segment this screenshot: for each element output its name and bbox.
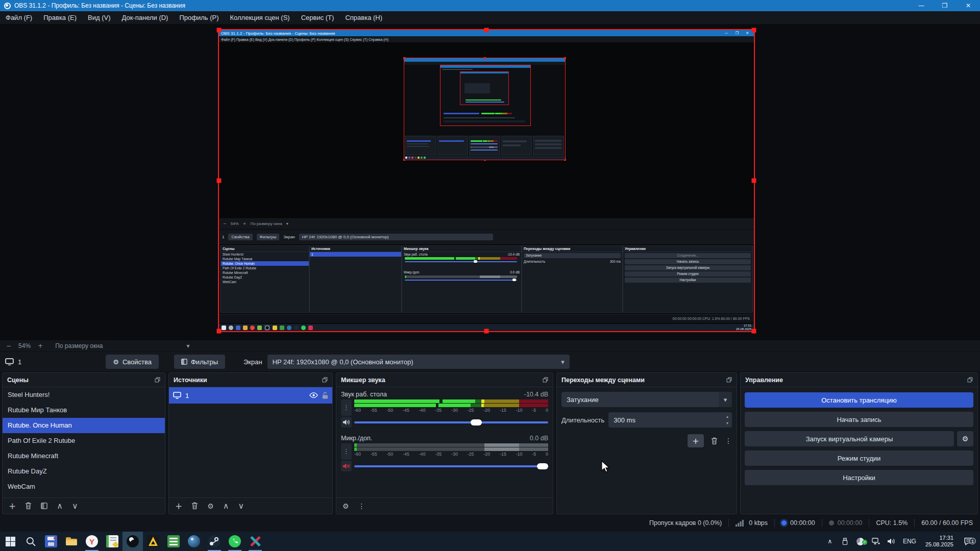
antivirus-tray-icon[interactable]: ✓: [854, 538, 867, 545]
resize-handle[interactable]: [217, 179, 222, 183]
taskbar-app-x[interactable]: [245, 532, 265, 551]
filters-button[interactable]: Фильтры: [174, 355, 225, 369]
repeated-item: -50: [386, 452, 393, 457]
studio-mode-button[interactable]: Режим студии: [745, 450, 973, 466]
mute-speaker-button-muted[interactable]: [341, 461, 352, 471]
volume-slider-handle[interactable]: [537, 463, 548, 469]
start-recording-button[interactable]: Начать запись: [745, 412, 973, 427]
add-source-button[interactable]: +: [175, 501, 182, 511]
screen-label: Экран: [243, 358, 262, 366]
tray-chevron-icon[interactable]: ∧: [823, 538, 837, 545]
network-tray-icon[interactable]: [869, 538, 883, 545]
spin-arrows[interactable]: ▴▾: [726, 413, 728, 427]
stop-streaming-button[interactable]: Остановить трансляцию: [745, 392, 973, 408]
scene-item[interactable]: Path Of Exile 2 Rutube: [3, 433, 165, 448]
volume-slider[interactable]: [354, 462, 548, 471]
resize-handle[interactable]: [752, 179, 756, 183]
scene-item[interactable]: Rutube DayZ: [3, 464, 165, 479]
menu-view[interactable]: Вид (V): [82, 11, 116, 24]
transition-options-dots-icon[interactable]: ⋮: [725, 437, 732, 445]
resize-handle[interactable]: [484, 329, 489, 334]
scene-item-selected[interactable]: Rutube. Once Human: [3, 418, 165, 433]
visibility-eye-icon[interactable]: [309, 392, 318, 398]
taskbar-app-yandex[interactable]: Y: [82, 532, 102, 551]
repeated-item: Path Of Exile 2 Rutube: [221, 266, 309, 270]
properties-button[interactable]: ⚙ Свойства: [106, 355, 159, 369]
start-virtual-camera-button[interactable]: Запуск виртуальной камеры: [745, 431, 954, 446]
restore-button[interactable]: ❐: [933, 0, 957, 11]
source-item-selected[interactable]: 1: [169, 387, 332, 404]
mixer-options-dots-icon[interactable]: ⋮: [358, 502, 365, 510]
menu-file[interactable]: Файл (F): [0, 11, 38, 24]
scene-item[interactable]: Rutube Мир Танков: [3, 403, 165, 418]
lock-icon[interactable]: [322, 392, 328, 399]
settings-button[interactable]: Настройки: [745, 470, 973, 485]
taskbar-app-a[interactable]: [143, 532, 163, 551]
start-button[interactable]: [0, 532, 20, 551]
popout-icon[interactable]: [726, 377, 732, 383]
popout-icon[interactable]: [155, 377, 160, 383]
close-button[interactable]: ✕: [957, 0, 980, 11]
notification-center-button[interactable]: 1: [960, 537, 977, 546]
volume-slider[interactable]: [354, 418, 548, 427]
menu-help[interactable]: Справка (H): [339, 11, 388, 24]
source-properties-gear-icon[interactable]: ⚙: [207, 502, 214, 510]
remove-transition-button[interactable]: [711, 437, 718, 445]
volume-tray-icon[interactable]: [885, 538, 898, 545]
resize-handle[interactable]: [752, 329, 756, 334]
taskbar-app-orb[interactable]: [184, 532, 204, 551]
channel-options-button[interactable]: ⋮: [341, 399, 352, 416]
advanced-audio-gear-icon[interactable]: ⚙: [342, 502, 349, 510]
screen-select[interactable]: HP 24f: 980x551 @ 0,0 (Основной монито…: [267, 355, 570, 369]
channel-options-button[interactable]: ⋮: [341, 443, 352, 460]
taskbar-app-commander[interactable]: [41, 532, 61, 551]
menu-scene-collection[interactable]: Коллекция сцен (S): [225, 11, 296, 24]
remove-source-button[interactable]: [191, 502, 198, 510]
popout-icon[interactable]: [322, 377, 328, 383]
taskbar-app-whatsapp[interactable]: [225, 532, 245, 551]
taskbar-app-notepad[interactable]: [102, 532, 122, 551]
menu-profile[interactable]: Профиль (P): [174, 11, 224, 24]
duration-spinbox[interactable]: 300 ms ▴▾: [608, 412, 732, 428]
mute-speaker-button[interactable]: [341, 417, 352, 428]
taskbar-app-list[interactable]: [163, 532, 184, 551]
repeated-item: -45: [403, 408, 409, 413]
minimize-button[interactable]: —: [910, 0, 933, 11]
menu-docks[interactable]: Док-панели (D): [116, 11, 174, 24]
taskbar-app-explorer[interactable]: [61, 532, 82, 551]
scene-item[interactable]: WebCam: [3, 479, 165, 494]
scene-filters-button[interactable]: [41, 503, 47, 509]
menu-edit[interactable]: Правка (E): [38, 11, 82, 24]
selected-source-canvas[interactable]: OBS 31.1.2 - Профиль: Без названия - Сце…: [218, 29, 755, 332]
zoom-out-button[interactable]: −: [6, 342, 11, 349]
remove-scene-button[interactable]: [25, 502, 32, 510]
tray-clock[interactable]: 17:31 25.08.2025: [921, 535, 958, 548]
move-scene-down-button[interactable]: ∨: [72, 501, 78, 511]
move-source-down-button[interactable]: ∨: [238, 501, 244, 511]
add-scene-button[interactable]: +: [9, 501, 16, 511]
usb-tray-icon[interactable]: [839, 538, 852, 545]
move-source-up-button[interactable]: ∧: [223, 501, 229, 511]
transition-select[interactable]: Затухание ▾: [561, 392, 732, 407]
popout-icon[interactable]: [543, 377, 548, 383]
move-scene-up-button[interactable]: ∧: [57, 501, 63, 511]
nested-docks: Сцены Steel Hunters!Rutube Мир ТанковRut…: [219, 245, 754, 313]
language-indicator[interactable]: ENG: [900, 538, 919, 545]
volume-slider-handle[interactable]: [471, 419, 482, 425]
virtual-camera-gear-icon[interactable]: ⚙: [957, 431, 973, 446]
resize-handle[interactable]: [217, 28, 222, 33]
fit-mode-caret-icon[interactable]: ▾: [187, 342, 190, 349]
resize-handle[interactable]: [217, 329, 222, 334]
fit-mode-select[interactable]: По размеру окна: [55, 342, 103, 349]
taskbar-app-obs-active[interactable]: [122, 532, 143, 551]
menu-tools[interactable]: Сервис (T): [296, 11, 340, 24]
scene-item[interactable]: Rutube Minecraft: [3, 448, 165, 464]
popout-icon[interactable]: [967, 377, 973, 383]
add-transition-button[interactable]: +: [688, 434, 704, 447]
zoom-in-button[interactable]: +: [38, 342, 43, 349]
resize-handle[interactable]: [484, 28, 489, 33]
scene-item[interactable]: Steel Hunters!: [3, 387, 165, 403]
resize-handle[interactable]: [752, 28, 756, 33]
search-button[interactable]: [20, 532, 41, 551]
taskbar-app-steam[interactable]: [204, 532, 225, 551]
